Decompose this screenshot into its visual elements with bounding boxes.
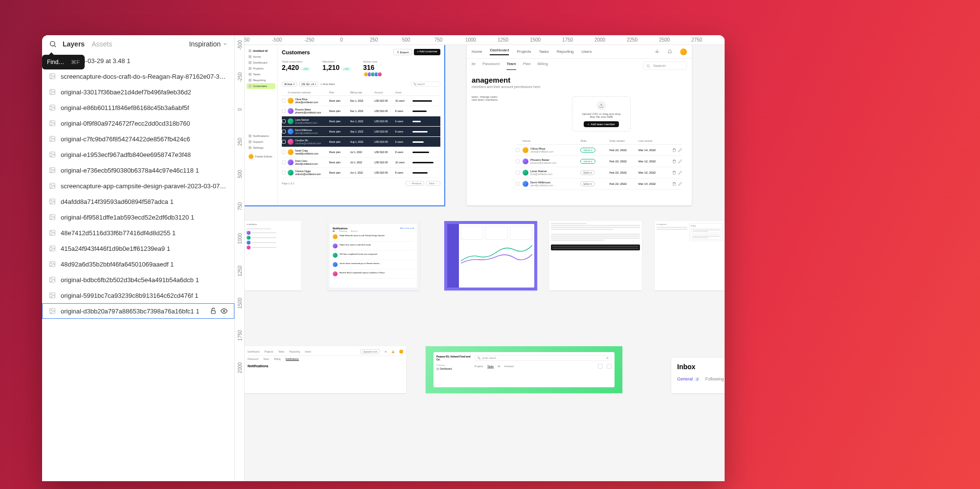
thumb-inbox[interactable]: Inbox General 2 Following bbox=[671, 358, 725, 393]
mark-all-read[interactable]: Mark all as read bbox=[400, 227, 414, 230]
table-row[interactable]: Olivia Rhyeolivia@untitledui.com Basic p… bbox=[282, 96, 440, 106]
page-dropdown[interactable]: Inspiration bbox=[189, 40, 228, 48]
notification-row[interactable]: Robert Fox wants to edit Dark mode bbox=[333, 242, 414, 251]
table-row[interactable]: Olivia Rhyeolivia@untitledui.com Admin ▾… bbox=[516, 145, 682, 156]
add-customer-button[interactable]: + Add customer bbox=[414, 49, 440, 55]
lock-icon[interactable] bbox=[210, 308, 217, 314]
tab-layers[interactable]: Layers bbox=[63, 40, 85, 48]
eye-icon[interactable] bbox=[221, 308, 228, 314]
layer-item[interactable]: original-e86b60111f846ef86168c45b3a6abf5… bbox=[42, 100, 234, 115]
add-team-member-button[interactable]: + Add team member bbox=[584, 121, 619, 127]
team-search[interactable]: Search bbox=[643, 62, 687, 70]
filter-chip-time[interactable]: All time× bbox=[282, 82, 297, 87]
table-row[interactable]: Phoenix Bakerphoenix@untitledui.com Admi… bbox=[516, 156, 682, 167]
thumb-tasks[interactable]: In progress Today bbox=[655, 221, 725, 290]
nav-users[interactable]: Users bbox=[582, 49, 592, 54]
layer-item[interactable]: original-5991bc7ca93239c8b913164c62cd476… bbox=[42, 288, 234, 303]
layer-item[interactable]: original-d3bb20a797a88653bc7398a76a16bfc… bbox=[42, 303, 234, 319]
layer-item[interactable]: original-e1953ecf967adfb840ee6958747e3f4… bbox=[42, 147, 234, 162]
layer-name: hot 2023-03-29 at 3.48 1 bbox=[61, 57, 228, 65]
notification-row[interactable]: Annette Black completed Improve workflow… bbox=[333, 269, 414, 279]
notification-row[interactable]: Jill Chen completed Create new component bbox=[333, 251, 414, 260]
avatar[interactable] bbox=[680, 48, 687, 55]
thumb-analytics[interactable] bbox=[444, 221, 537, 290]
table-row[interactable]: Demi Wilkinsondemi@untitledui.com Editor… bbox=[516, 178, 682, 190]
trash-icon[interactable] bbox=[672, 182, 676, 186]
quick-search[interactable]: 🔍 Quick search ⌘ bbox=[475, 355, 612, 361]
trash-icon[interactable] bbox=[672, 148, 676, 152]
table-row[interactable]: Orlando Diggsorlando@untitledui.com Basi… bbox=[282, 168, 440, 178]
notification-row[interactable]: Ralph Edwards wants to edit Tetrisly Des… bbox=[333, 232, 414, 242]
sidebar-item[interactable]: Tasks bbox=[247, 71, 275, 77]
thumb-document[interactable] bbox=[549, 221, 642, 290]
layer-item[interactable]: screencapture-app-campsite-design-parave… bbox=[42, 178, 234, 194]
thumb-notifications[interactable]: Notifications Mark all as read All Follo… bbox=[327, 221, 420, 290]
sidebar-item[interactable]: Notifications bbox=[247, 133, 275, 139]
customers-search[interactable]: 🔍 Search bbox=[411, 82, 440, 87]
filter-chip-region[interactable]: US, AU, +4× bbox=[299, 82, 319, 87]
table-row[interactable]: Natali Craignatali@untitledui.com Basic … bbox=[282, 147, 440, 157]
inbox-tab-following[interactable]: Following bbox=[705, 377, 724, 381]
frame-customers[interactable]: Untitled UI HomeDashboardProjectsTasksRe… bbox=[245, 45, 444, 205]
pager-prev[interactable]: ← Previous bbox=[406, 181, 424, 186]
image-frame-icon bbox=[49, 276, 56, 283]
layer-item[interactable]: original-e736ecb5f90380b6378a44c97e46c11… bbox=[42, 162, 234, 178]
thumb-members[interactable]: n members bbox=[245, 221, 301, 290]
sidebar-item[interactable]: Reporting bbox=[247, 77, 275, 83]
pager-next[interactable]: Next → bbox=[426, 181, 440, 186]
inbox-tab-general[interactable]: General 2 bbox=[677, 377, 700, 381]
nav-reporting[interactable]: Reporting bbox=[557, 49, 574, 54]
layer-item[interactable]: screencapture-docs-craft-do-s-Reagan-Ray… bbox=[42, 68, 234, 84]
nav-tasks[interactable]: Tasks bbox=[539, 49, 548, 54]
layer-item[interactable]: 415a24f943f446f1d9b0e1ff61239ea9 1 bbox=[42, 241, 234, 256]
frame-team-management[interactable]: Home Dashboard Projects Tasks Reporting … bbox=[467, 45, 692, 205]
layer-item[interactable]: 48e7412d5116d33f6b77416df4d8d255 1 bbox=[42, 225, 234, 241]
upload-dropzone[interactable]: Upload CSV or drag and drop Max file siz… bbox=[572, 96, 631, 132]
layer-item[interactable]: d4afdd8a714f39593ad60894f587adca 1 bbox=[42, 194, 234, 209]
trash-icon[interactable] bbox=[672, 171, 676, 175]
thumb-settings-notifications[interactable]: Dashboard Projects Tasks Reporting Users… bbox=[245, 346, 406, 393]
sidebar-item[interactable]: Dashboard bbox=[247, 60, 275, 66]
edit-icon[interactable] bbox=[678, 171, 682, 175]
trash-icon[interactable] bbox=[672, 159, 676, 163]
upgrade-button[interactable]: Upgrade now bbox=[360, 349, 380, 354]
table-row[interactable]: Candice Wucandice@untitledui.com Basic p… bbox=[282, 137, 440, 147]
sidebar-item[interactable]: Settings bbox=[247, 145, 275, 151]
edit-icon[interactable] bbox=[678, 148, 682, 152]
sidebar-item[interactable]: Home bbox=[247, 54, 275, 60]
sidebar-item[interactable]: Support bbox=[247, 139, 275, 145]
edit-icon[interactable] bbox=[678, 182, 682, 186]
nav-projects[interactable]: Projects bbox=[517, 49, 531, 54]
layer-item[interactable]: original-33017f36bae21d4def7b496fa9eb36d… bbox=[42, 84, 234, 100]
nav-home[interactable]: Home bbox=[472, 49, 482, 54]
edit-icon[interactable] bbox=[678, 159, 682, 163]
layer-name: screencapture-docs-craft-do-s-Reagan-Ray… bbox=[61, 73, 228, 80]
table-row[interactable]: Phoenix Bakerphoenix@untitledui.com Basi… bbox=[282, 106, 440, 116]
table-row[interactable]: Demi Wilkinsondemi@untitledui.com Basic … bbox=[282, 127, 440, 137]
canvas[interactable]: -750-500-2500250500750100012501500175020… bbox=[235, 35, 725, 481]
layer-item[interactable]: original-0f9f80a9724672f7ecc2dd0cd318b76… bbox=[42, 115, 234, 131]
layer-item[interactable]: original-6f9581dffe1ab593ecd52e2df6db312… bbox=[42, 209, 234, 225]
thumb-company-dashboard[interactable]: Popeze EU, Holand Food and Co. Company D… bbox=[426, 346, 622, 393]
bell-icon[interactable] bbox=[667, 49, 672, 54]
more-filters[interactable]: ≡ More filters bbox=[320, 83, 335, 86]
sidebar-item[interactable]: Projects bbox=[247, 66, 275, 71]
gear-icon[interactable] bbox=[655, 49, 660, 54]
nav-dashboard[interactable]: Dashboard bbox=[490, 48, 509, 55]
layer-item[interactable]: original-c7fc9bd76f854274422de8567fb424c… bbox=[42, 131, 234, 147]
table-row[interactable]: Lana Steinerlana@untitledui.com Basic pl… bbox=[282, 116, 440, 127]
notification-row[interactable]: Jacob Jones mentioned you in Rewrite but… bbox=[333, 260, 414, 269]
table-row[interactable]: Lana Steinerlana@untitledui.com Editor ▾… bbox=[516, 167, 682, 178]
company-name: Popeze EU, Holand Food and Co. bbox=[436, 355, 471, 361]
svg-point-38 bbox=[647, 65, 649, 67]
svg-point-20 bbox=[51, 200, 52, 201]
export-button[interactable]: ⇪ Export bbox=[393, 49, 412, 55]
table-row[interactable]: Drew Canodrew@untitledui.com Basic planJ… bbox=[282, 157, 440, 168]
sidebar-item[interactable]: Customers bbox=[247, 83, 275, 89]
search-icon[interactable] bbox=[49, 40, 57, 48]
layer-item[interactable]: 48d92a6d35b2bbf46fa64501069aaedf 1 bbox=[42, 256, 234, 272]
layer-item[interactable]: original-bdbc6fb2b502d3b4c5e4a491b54a6dc… bbox=[42, 272, 234, 288]
svg-point-22 bbox=[51, 216, 52, 217]
tab-assets[interactable]: Assets bbox=[91, 40, 112, 48]
layer-list: hot 2023-03-29 at 3.48 1 screencapture-d… bbox=[42, 53, 234, 481]
